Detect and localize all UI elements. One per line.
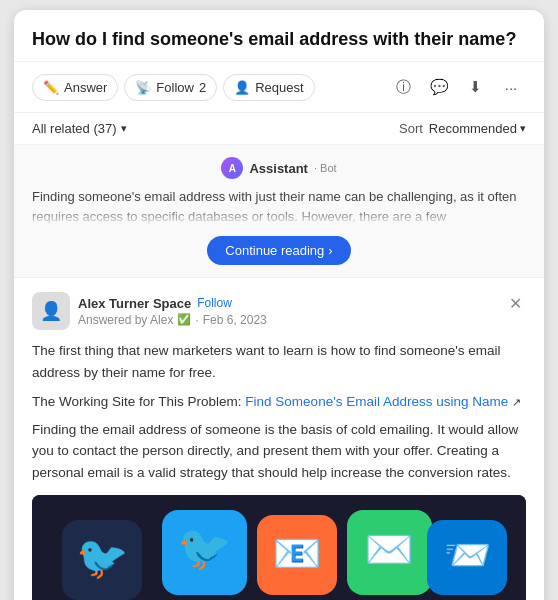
recommended-dropdown[interactable]: Recommended ▾ (429, 121, 526, 136)
continue-reading-label: Continue reading (225, 243, 324, 258)
sort-label: Sort (399, 121, 423, 136)
verified-icon: ✅ (177, 313, 191, 326)
working-site-line: The Working Site for This Problem: Find … (32, 394, 526, 409)
answered-by: Answered by Alex (78, 313, 173, 327)
main-card: How do I find someone's email address wi… (14, 10, 544, 600)
more-button[interactable]: ··· (496, 72, 526, 102)
author-follow-link[interactable]: Follow (197, 296, 232, 310)
answer-paragraph2: Finding the email address of someone is … (32, 419, 526, 484)
assistant-badge: · Bot (314, 162, 337, 174)
follow-button[interactable]: 📡 Follow 2 (124, 74, 217, 101)
recommended-label: Recommended (429, 121, 517, 136)
share-button[interactable]: ⬇ (460, 72, 490, 102)
assistant-box: A Assistant · Bot Finding someone's emai… (14, 145, 544, 278)
chevron-down-icon: ▾ (520, 122, 526, 135)
continue-reading-button[interactable]: Continue reading › (207, 236, 350, 265)
request-button[interactable]: 👤 Request (223, 74, 314, 101)
working-site-link[interactable]: Find Someone's Email Address using Name (245, 394, 508, 409)
separator: · (195, 313, 198, 327)
assistant-header: A Assistant · Bot (32, 157, 526, 179)
answer-header: 👤 Alex Turner Space Follow Answered by A… (32, 292, 526, 330)
action-bar: ✏️ Answer 📡 Follow 2 👤 Request ⓘ 💬 ⬇ ··· (14, 62, 544, 113)
svg-text:🐦: 🐦 (177, 522, 232, 574)
external-link-icon: ↗ (512, 396, 521, 408)
author-meta: Alex Turner Space Follow Answered by Ale… (78, 296, 267, 327)
filter-bar: All related (37) ▾ Sort Recommended ▾ (14, 113, 544, 145)
info-button[interactable]: ⓘ (388, 72, 418, 102)
author-info: 👤 Alex Turner Space Follow Answered by A… (32, 292, 267, 330)
question-title: How do I find someone's email address wi… (14, 10, 544, 62)
avatar: 👤 (32, 292, 70, 330)
svg-text:🐦: 🐦 (76, 533, 129, 583)
close-button[interactable]: ✕ (505, 292, 526, 315)
svg-text:📨: 📨 (444, 532, 492, 578)
filter-right: Sort Recommended ▾ (399, 121, 526, 136)
answer-date: Feb 6, 2023 (203, 313, 267, 327)
assistant-text: Finding someone's email address with jus… (32, 187, 526, 226)
assistant-avatar: A (221, 157, 243, 179)
request-icon: 👤 (234, 80, 250, 95)
comment-button[interactable]: 💬 (424, 72, 454, 102)
answer-card: 👤 Alex Turner Space Follow Answered by A… (14, 278, 544, 600)
all-related-label: All related (37) (32, 121, 117, 136)
arrow-right-icon: › (328, 243, 332, 258)
chevron-down-icon: ▾ (121, 122, 127, 135)
answer-label: Answer (64, 80, 107, 95)
follow-icon: 📡 (135, 80, 151, 95)
answer-icon: ✏️ (43, 80, 59, 95)
svg-text:📧: 📧 (272, 529, 322, 577)
author-name-row: Alex Turner Space Follow (78, 296, 267, 311)
author-sub: Answered by Alex ✅ · Feb 6, 2023 (78, 313, 267, 327)
filter-all-related[interactable]: All related (37) ▾ (32, 121, 127, 136)
email-icons-svg: 🐦 🐦 📧 ✉️ 📨 ↩ (32, 495, 526, 600)
email-apps-image: 🐦 🐦 📧 ✉️ 📨 ↩ (32, 495, 526, 600)
follow-count: 2 (199, 80, 206, 95)
assistant-name: Assistant (249, 161, 308, 176)
author-name: Alex Turner Space (78, 296, 191, 311)
follow-label: Follow (156, 80, 194, 95)
request-label: Request (255, 80, 303, 95)
answer-paragraph1: The first thing that new marketers want … (32, 340, 526, 383)
working-site-prefix: The Working Site for This Problem: (32, 394, 245, 409)
answer-button[interactable]: ✏️ Answer (32, 74, 118, 101)
svg-text:✉️: ✉️ (364, 525, 414, 573)
